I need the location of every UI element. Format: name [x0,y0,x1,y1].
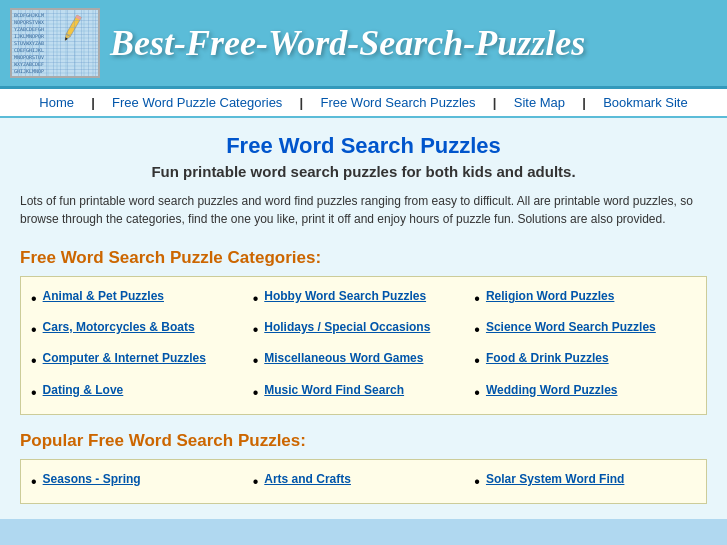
category-animal-pet[interactable]: Animal & Pet Puzzles [43,289,164,303]
bullet-icon: • [474,289,480,308]
list-item: • Food & Drink Puzzles [474,351,696,370]
bullet-icon: • [474,320,480,339]
bullet-icon: • [474,472,480,491]
category-cars[interactable]: Cars, Motorcycles & Boats [43,320,195,334]
list-item: • Holidays / Special Occasions [253,320,475,339]
category-holidays[interactable]: Holidays / Special Occasions [264,320,430,334]
categories-heading: Free Word Search Puzzle Categories: [20,248,707,268]
main-content: Free Word Search Puzzles Fun printable w… [0,118,727,519]
bullet-icon: • [31,351,37,370]
nav-bookmark[interactable]: Bookmark Site [593,95,698,110]
list-item: • Cars, Motorcycles & Boats [31,320,253,339]
bullet-icon: • [474,383,480,402]
svg-text:GHIJKLMNOP: GHIJKLMNOP [14,68,44,74]
categories-grid: • Animal & Pet Puzzles • Hobby Word Sear… [31,289,696,402]
site-title: Best-Free-Word-Search-Puzzles [110,22,585,64]
nav-sep-1: | [88,95,99,110]
list-item: • Computer & Internet Puzzles [31,351,253,370]
nav-home[interactable]: Home [29,95,84,110]
nav-puzzle-categories[interactable]: Free Word Puzzle Categories [102,95,292,110]
category-misc[interactable]: Miscellaneous Word Games [264,351,423,365]
list-item: • Hobby Word Search Puzzles [253,289,475,308]
category-food[interactable]: Food & Drink Puzzles [486,351,609,365]
site-header: BCDFGHJKLM NOPQRSTVWX YZABCDEFGH IJKLMNO… [0,0,727,89]
nav-word-search-puzzles[interactable]: Free Word Search Puzzles [311,95,486,110]
category-science[interactable]: Science Word Search Puzzles [486,320,656,334]
svg-text:MNOPQRSTUV: MNOPQRSTUV [14,54,44,60]
bullet-icon: • [31,383,37,402]
bullet-icon: • [474,351,480,370]
svg-text:YZABCDEFGH: YZABCDEFGH [14,26,44,32]
list-item: • Wedding Word Puzzles [474,383,696,402]
list-item: • Miscellaneous Word Games [253,351,475,370]
list-item: • Solar System Word Find [474,472,696,491]
bullet-icon: • [253,383,259,402]
category-wedding[interactable]: Wedding Word Puzzles [486,383,618,397]
bullet-icon: • [31,289,37,308]
categories-box: • Animal & Pet Puzzles • Hobby Word Sear… [20,276,707,415]
nav-site-map[interactable]: Site Map [504,95,575,110]
list-item: • Religion Word Puzzles [474,289,696,308]
svg-rect-0 [12,10,100,78]
popular-arts-crafts[interactable]: Arts and Crafts [264,472,351,486]
svg-rect-30 [76,15,82,20]
list-item: • Seasons - Spring [31,472,253,491]
page-title: Free Word Search Puzzles [20,133,707,159]
svg-rect-28 [66,15,81,37]
category-dating-love[interactable]: Dating & Love [43,383,124,397]
popular-heading: Popular Free Word Search Puzzles: [20,431,707,451]
list-item: • Arts and Crafts [253,472,475,491]
category-hobby[interactable]: Hobby Word Search Puzzles [264,289,426,303]
bullet-icon: • [31,472,37,491]
list-item: • Dating & Love [31,383,253,402]
svg-text:WXYZABCDEF: WXYZABCDEF [14,61,44,67]
popular-grid: • Seasons - Spring • Arts and Crafts • S… [31,472,696,491]
svg-text:IJKLMNOPQR: IJKLMNOPQR [14,33,45,39]
list-item: • Animal & Pet Puzzles [31,289,253,308]
svg-text:CDEFGHIJKL: CDEFGHIJKL [14,47,44,53]
category-computer[interactable]: Computer & Internet Puzzles [43,351,206,365]
svg-text:STUVWXYZAB: STUVWXYZAB [14,40,44,46]
page-subtitle: Fun printable word search puzzles for bo… [20,163,707,180]
popular-seasons-spring[interactable]: Seasons - Spring [43,472,141,486]
nav-sep-2: | [296,95,307,110]
category-religion[interactable]: Religion Word Puzzles [486,289,614,303]
svg-marker-31 [64,37,68,41]
list-item: • Science Word Search Puzzles [474,320,696,339]
navbar: Home | Free Word Puzzle Categories | Fre… [0,89,727,118]
bullet-icon: • [253,472,259,491]
bullet-icon: • [31,320,37,339]
bullet-icon: • [253,351,259,370]
site-logo: BCDFGHJKLM NOPQRSTVWX YZABCDEFGH IJKLMNO… [10,8,100,78]
nav-sep-3: | [489,95,500,110]
svg-text:BCDFGHJKLM: BCDFGHJKLM [14,12,44,18]
bullet-icon: • [253,320,259,339]
page-description: Lots of fun printable word search puzzle… [20,192,707,228]
popular-box: • Seasons - Spring • Arts and Crafts • S… [20,459,707,504]
category-music[interactable]: Music Word Find Search [264,383,404,397]
popular-solar-system[interactable]: Solar System Word Find [486,472,624,486]
list-item: • Music Word Find Search [253,383,475,402]
svg-marker-29 [63,34,70,42]
bullet-icon: • [253,289,259,308]
svg-text:NOPQRSTVWX: NOPQRSTVWX [14,19,44,25]
nav-sep-4: | [579,95,590,110]
